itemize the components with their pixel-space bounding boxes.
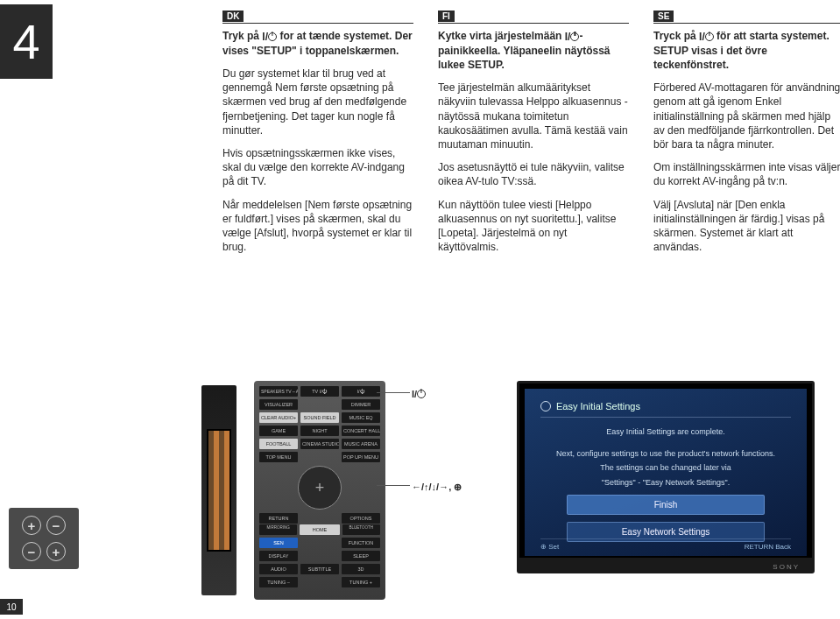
tv-line1: Easy Initial Settings are complete.: [540, 426, 791, 438]
tv-footer-left: ⊕ Set: [540, 543, 559, 551]
remote-btn: VISUALIZER: [259, 399, 298, 410]
remote-btn: TV I/⏻: [300, 386, 339, 397]
tv-divider: [540, 417, 791, 418]
remote-btn: 3D: [342, 564, 380, 574]
fi-p1-pre: Kytke virta järjestelmään: [438, 30, 565, 42]
tv-finish-button: Finish: [567, 495, 765, 515]
remote-btn: MIRRORING: [259, 524, 297, 535]
remote-btn: I/⏻: [342, 386, 380, 397]
remote-spacer: [300, 538, 339, 548]
remote-btn: SLEEP: [342, 551, 380, 561]
column-fi: FI Kytke virta järjestelmään I/-painikke…: [438, 7, 629, 263]
column-se: SE Tryck på I/ för att starta systemet. …: [653, 7, 840, 263]
tv-line2: Next, configure settings to use the prod…: [540, 448, 791, 460]
rule: [222, 23, 413, 24]
remote-btn: AUDIO: [259, 564, 298, 574]
remote-btn: FOOTBALL: [259, 439, 298, 449]
remote-dpad: [298, 466, 342, 510]
remote-spacer: [300, 513, 339, 524]
lang-badge-fi: FI: [438, 11, 455, 22]
remote-home-btn: HOME: [300, 524, 339, 535]
power-icon: I/: [262, 30, 277, 44]
fi-p4: Kun näyttöön tulee viesti [Helppo alkuas…: [438, 198, 629, 255]
remote-btn: DIMMER: [342, 399, 380, 410]
remote-btn: FUNCTION: [342, 538, 380, 548]
power-icon: I/: [699, 30, 714, 44]
remote-btn: BLUETOOTH: [342, 524, 380, 535]
power-icon: I/: [412, 389, 426, 399]
plus-icon: +: [46, 542, 66, 561]
minus-icon: −: [46, 516, 66, 535]
remote-btn: SEN: [259, 538, 298, 548]
minus-icon: −: [22, 542, 41, 561]
plus-icon: +: [22, 516, 41, 535]
remote-btn: RETURN: [259, 513, 298, 524]
se-p3: Om inställningsskärmen inte visas väljer…: [653, 160, 840, 188]
tv-title-row: Easy Initial Settings: [540, 401, 791, 411]
lang-badge-se: SE: [653, 11, 674, 22]
se-p2: Förbered AV-mottagaren för användning ge…: [653, 81, 840, 151]
se-p4: Välj [Avsluta] när [Den enkla initialins…: [653, 198, 840, 255]
remote-btn: MUSIC EQ: [342, 412, 380, 423]
dk-p1: Tryk på I/ for at tænde systemet. Der vi…: [222, 29, 413, 58]
remote-btn: CLEAR AUDIO+: [259, 412, 298, 423]
remote-btn: POP UP/ MENU: [342, 452, 380, 462]
tv-screen: Easy Initial Settings Easy Initial Setti…: [525, 389, 807, 556]
remote-btn: OPTIONS: [342, 513, 380, 524]
callout-arrows: ←/↑/↓/→, ⊕: [412, 482, 462, 493]
fi-p3: Jos asetusnäyttö ei tule näkyviin, valit…: [438, 160, 629, 188]
remote-control: SPEAKERS TV↔AUDIO TV I/⏻ I/⏻ VISUALIZER …: [254, 381, 385, 600]
tv-footer-right: RETURN Back: [745, 543, 791, 551]
tv-line3: The settings can be changed later via: [540, 462, 791, 474]
fi-p1: Kytke virta järjestelmään I/-painikkeell…: [438, 29, 629, 72]
illustration-area: + − − + SPEAKERS TV↔AUDIO TV I/⏻ I/⏻ VIS…: [0, 376, 840, 604]
remote-btn: TUNING +: [342, 577, 380, 587]
remote-btn: CINEMA STUDIO: [300, 439, 339, 449]
remote-btn: GAME: [259, 426, 298, 436]
lang-badge-dk: DK: [222, 11, 244, 22]
rule: [653, 23, 840, 24]
remote-btn: SPEAKERS TV↔AUDIO: [259, 386, 298, 397]
tv-illustration: Easy Initial Settings Easy Initial Setti…: [517, 381, 815, 573]
dk-p1-pre: Tryk på: [222, 30, 262, 42]
column-dk: DK Tryk på I/ for at tænde systemet. Der…: [222, 7, 413, 263]
remote-spacer: [300, 551, 339, 561]
power-icon: I/: [565, 30, 580, 44]
rule: [438, 23, 629, 24]
callout-leader: [377, 485, 410, 486]
remote-btn: DISPLAY: [259, 551, 298, 561]
remote-btn: NIGHT: [300, 426, 339, 436]
dk-p3: Hvis opsætningsskærmen ikke vises, skal …: [222, 146, 413, 189]
se-p1-pre: Tryck på: [653, 30, 699, 42]
remote-spacer: [300, 399, 339, 410]
callout-power: I/: [412, 389, 426, 399]
se-p1: Tryck på I/ för att starta systemet. SET…: [653, 29, 840, 72]
remote-btn: SOUND FIELD: [300, 412, 339, 423]
remote-spacer: [300, 577, 339, 587]
battery-diagram: + − − +: [9, 508, 79, 569]
instruction-columns: DK Tryk på I/ for at tænde systemet. Der…: [222, 7, 840, 263]
fi-p2: Tee järjestelmän alkumääritykset näkyvii…: [438, 81, 629, 151]
step-number: 4: [0, 4, 53, 79]
page-number: 10: [0, 599, 23, 615]
device-illustration: [201, 385, 236, 595]
tv-footer: ⊕ Set RETURN Back: [540, 538, 791, 551]
tv-brand: SONY: [773, 563, 800, 571]
tv-title: Easy Initial Settings: [556, 401, 640, 411]
remote-btn: CONCERT HALL: [342, 426, 380, 436]
remote-btn: MUSIC ARENA: [342, 439, 380, 449]
remote-btn: TOP MENU: [259, 452, 298, 462]
gear-icon: [540, 401, 551, 411]
remote-btn: SUBTITLE: [300, 564, 339, 574]
remote-spacer: [300, 452, 339, 462]
callout-leader: [377, 392, 410, 393]
dk-p2: Du gør systemet klar til brug ved at gen…: [222, 67, 413, 137]
dk-p4: Når meddelelsen [Nem første opsætning er…: [222, 198, 413, 255]
remote-btn: TUNING –: [259, 577, 298, 587]
tv-line4: "Settings" - "Easy Network Settings".: [540, 477, 791, 489]
